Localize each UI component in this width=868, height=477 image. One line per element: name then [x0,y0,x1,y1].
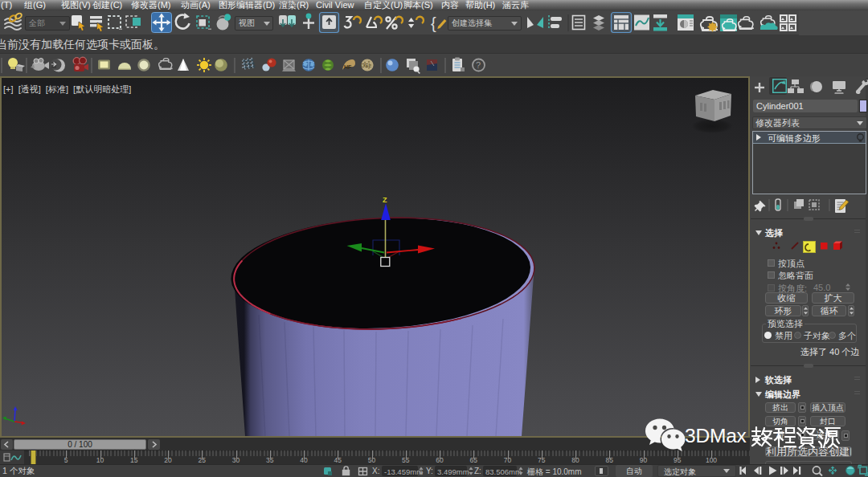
svg-text:HF: HF [344,64,352,70]
svg-text:?: ? [476,60,481,70]
svg-text:OSL: OSL [361,63,371,68]
svg-text:{: { [431,14,436,32]
svg-text:Z: Z [383,196,387,204]
